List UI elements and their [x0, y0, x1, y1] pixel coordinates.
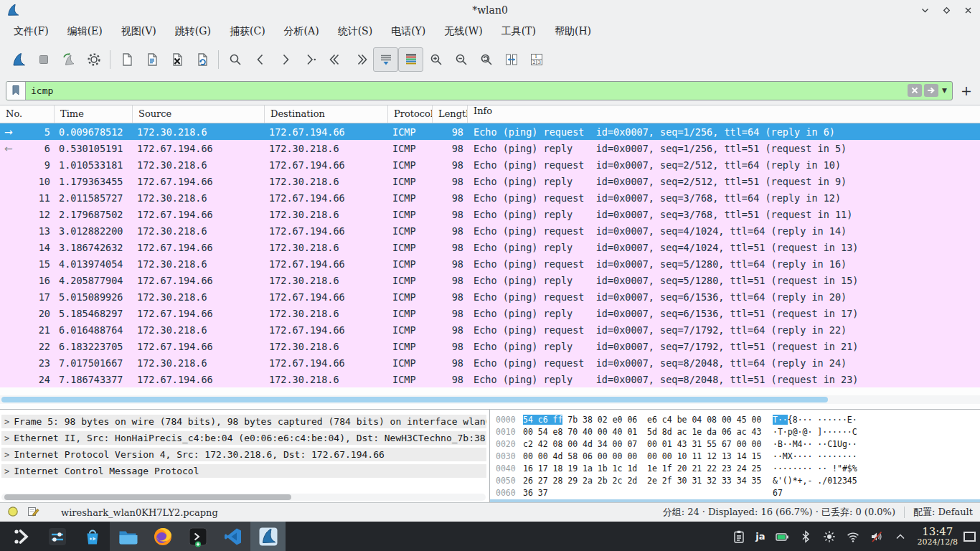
bytes-hscrollbar[interactable] [490, 499, 980, 502]
zoom-in-button[interactable] [423, 47, 448, 72]
menu-item-5[interactable]: 分析(A) [275, 22, 329, 42]
last-packet-button[interactable] [348, 47, 373, 72]
close-icon[interactable] [963, 5, 973, 15]
packet-row-5[interactable]: 5→0.009678512172.30.218.6172.67.194.66IC… [0, 123, 980, 140]
filter-bookmark-button[interactable] [6, 82, 26, 100]
hex-ascii[interactable]: T··{8··· ······E· [773, 415, 857, 425]
tray-clipboard-icon[interactable] [732, 529, 746, 544]
previous-packet-button[interactable] [248, 47, 273, 72]
autoscroll-button[interactable] [373, 47, 398, 72]
taskbar-discover-button[interactable] [75, 522, 110, 551]
layout-123-button[interactable]: 123 [524, 47, 549, 72]
hex-row-0020[interactable]: 0020c2 42 08 00 4d 34 00 07 00 01 43 31 … [496, 438, 980, 450]
packet-row-6[interactable]: 6←0.530105191172.67.194.66172.30.218.6IC… [0, 140, 980, 156]
find-packet-button[interactable] [222, 47, 248, 72]
column-header-protocol[interactable]: Protocol [388, 105, 433, 123]
filter-value[interactable]: icmp [26, 85, 908, 96]
close-file-button[interactable] [164, 47, 189, 72]
detail-line-2[interactable]: >Internet Protocol Version 4, Src: 172.3… [1, 448, 486, 461]
menu-item-4[interactable]: 捕获(C) [220, 22, 275, 42]
hex-ascii[interactable]: ········ ·· !"#$% [773, 463, 857, 474]
menu-item-2[interactable]: 视图(V) [112, 22, 166, 42]
hex-bytes[interactable]: 54 c6 ff 7b 38 02 e0 06 e6 c4 be 04 08 0… [523, 415, 773, 425]
taskbar-launcher-button[interactable] [4, 522, 39, 551]
packet-row-22[interactable]: 226.183223705172.67.194.66172.30.218.6IC… [0, 338, 980, 354]
hex-ascii[interactable]: &'()*+,- ./012345 [773, 476, 857, 486]
open-file-button[interactable] [114, 47, 139, 72]
hex-row-0000[interactable]: 000054 c6 ff 7b 38 02 e0 06 e6 c4 be 04 … [496, 413, 980, 425]
tray-brightness-icon[interactable] [822, 529, 837, 544]
packet-row-23[interactable]: 237.017501667172.30.218.6172.67.194.66IC… [0, 354, 980, 371]
expand-chevron-icon[interactable]: > [1, 466, 14, 476]
menu-item-10[interactable]: 帮助(H) [545, 22, 600, 42]
packet-row-17[interactable]: 175.015089926172.30.218.6172.67.194.66IC… [0, 288, 980, 305]
hex-row-0060[interactable]: 006036 3767 [496, 486, 980, 499]
next-packet-button[interactable] [273, 47, 298, 72]
hex-ascii[interactable]: ·B··M4·· ··C1Ug·· [773, 439, 857, 449]
packet-row-21[interactable]: 216.016488764172.30.218.6172.67.194.66IC… [0, 321, 980, 338]
tray-wifi-icon[interactable] [846, 529, 860, 544]
expand-chevron-icon[interactable]: > [1, 450, 14, 460]
capture-file-name[interactable]: wireshark_wlan0KH7LY2.pcapng [61, 507, 218, 518]
hex-bytes[interactable]: c2 42 08 00 4d 34 00 07 00 01 43 31 55 6… [523, 439, 773, 449]
display-filter-input[interactable]: icmp ▼ [6, 81, 953, 100]
filter-clear-button[interactable] [908, 84, 922, 97]
save-file-button[interactable] [139, 47, 164, 72]
colorize-button[interactable] [398, 47, 423, 72]
packet-row-13[interactable]: 133.012882200172.30.218.6172.67.194.66IC… [0, 222, 980, 239]
tray-volume-muted-icon[interactable] [870, 529, 884, 544]
column-header-info[interactable]: Info [468, 105, 980, 123]
packet-row-14[interactable]: 143.186742632172.67.194.66172.30.218.6IC… [0, 239, 980, 255]
tray-bluetooth-icon[interactable] [798, 529, 813, 544]
capture-comment-icon[interactable] [27, 506, 39, 519]
resize-columns-button[interactable] [499, 47, 524, 72]
first-packet-button[interactable] [323, 47, 348, 72]
minimize-icon[interactable] [920, 5, 930, 15]
restart-capture-button[interactable] [56, 47, 81, 72]
expand-chevron-icon[interactable]: > [1, 433, 14, 443]
packet-row-12[interactable]: 122.179687502172.67.194.66172.30.218.6IC… [0, 206, 980, 222]
reload-file-button[interactable] [189, 47, 215, 72]
hex-row-0050[interactable]: 005026 27 28 29 2a 2b 2c 2d 2e 2f 30 31 … [496, 474, 980, 486]
hex-bytes[interactable]: 26 27 28 29 2a 2b 2c 2d 2e 2f 30 31 32 3… [523, 476, 773, 486]
menu-item-1[interactable]: 编辑(E) [58, 22, 112, 42]
taskbar-firefox-button[interactable] [145, 522, 180, 551]
packet-list-hscrollbar-thumb[interactable] [1, 397, 828, 402]
column-header-time[interactable]: Time [55, 105, 133, 123]
detail-hscrollbar-thumb[interactable] [4, 494, 291, 500]
column-header-source[interactable]: Source [133, 105, 265, 123]
menu-item-0[interactable]: 文件(F) [4, 22, 58, 42]
goto-packet-button[interactable] [298, 47, 323, 72]
hex-row-0030[interactable]: 003000 00 4d 58 06 00 00 00 00 00 10 11 … [496, 450, 980, 462]
filter-apply-button[interactable] [924, 84, 938, 97]
column-header-length[interactable]: Length [433, 105, 468, 123]
hex-row-0010[interactable]: 001000 54 e8 70 40 00 40 01 5d 8d ac 1e … [496, 425, 980, 438]
hex-ascii[interactable]: 67 [773, 488, 783, 498]
filter-add-button[interactable]: + [958, 83, 974, 98]
detail-hscrollbar[interactable] [1, 494, 486, 501]
profile-label[interactable]: 配置: Default [913, 506, 973, 519]
tray-input-method[interactable]: ja [755, 531, 765, 542]
menu-item-9[interactable]: 工具(T) [492, 22, 545, 42]
show-desktop-button[interactable] [963, 532, 976, 542]
hex-ascii[interactable]: ·T·p@·@· ]······C [773, 427, 857, 437]
hex-bytes[interactable]: 00 54 e8 70 40 00 40 01 5d 8d ac 1e da 0… [523, 427, 773, 437]
tray-expand-arrow-icon[interactable] [893, 529, 908, 544]
hex-bytes[interactable]: 00 00 4d 58 06 00 00 00 00 00 10 11 12 1… [523, 451, 773, 461]
zoom-reset-button[interactable] [473, 47, 499, 72]
packet-row-15[interactable]: 154.013974054172.30.218.6172.67.194.66IC… [0, 255, 980, 272]
tray-battery-icon[interactable] [775, 529, 789, 544]
packet-row-16[interactable]: 164.205877904172.67.194.66172.30.218.6IC… [0, 272, 980, 288]
taskbar-vscode-button[interactable] [215, 522, 250, 551]
expand-chevron-icon[interactable]: > [1, 417, 14, 427]
taskbar-settings-button[interactable] [39, 522, 75, 551]
packet-row-10[interactable]: 101.179363455172.67.194.66172.30.218.6IC… [0, 173, 980, 189]
capture-options-button[interactable] [81, 47, 106, 72]
column-header-destination[interactable]: Destination [265, 105, 388, 123]
start-capture-button[interactable] [6, 47, 31, 72]
menu-item-6[interactable]: 统计(S) [329, 22, 382, 42]
packet-list-hscrollbar[interactable] [0, 395, 980, 404]
stop-capture-button[interactable] [31, 47, 56, 72]
menu-item-3[interactable]: 跳转(G) [166, 22, 220, 42]
packet-row-11[interactable]: 112.011585727172.30.218.6172.67.194.66IC… [0, 189, 980, 206]
